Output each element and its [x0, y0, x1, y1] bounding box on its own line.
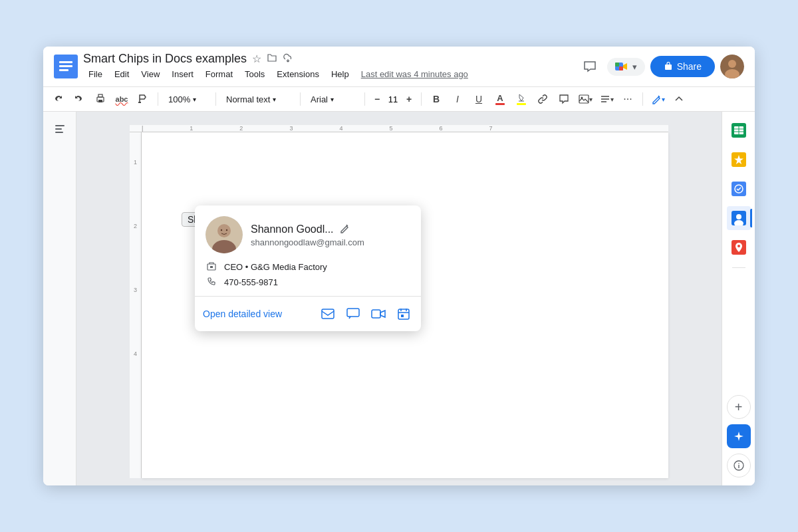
underline-button[interactable]: U	[469, 90, 488, 108]
share-label: Share	[677, 61, 702, 72]
video-action-icon[interactable]	[369, 305, 388, 323]
highlight-color-button[interactable]	[512, 90, 531, 108]
font-select[interactable]: Arial ▾	[306, 90, 359, 108]
sidebar-tasks-icon[interactable]	[727, 177, 751, 201]
gemini-ai-button[interactable]	[727, 424, 751, 448]
comment-button[interactable]	[578, 55, 602, 78]
zoom-select[interactable]: 100% ▾	[164, 90, 210, 108]
open-detailed-view-link[interactable]: Open detailed view	[203, 309, 311, 319]
sidebar-sheets-icon[interactable]	[727, 118, 751, 142]
company-icon	[205, 261, 217, 273]
svg-rect-1	[59, 61, 72, 63]
sidebar-left	[43, 112, 76, 485]
ruler-num-3: 3	[134, 287, 137, 350]
document-page: Shannon Goodlaw	[142, 132, 668, 478]
svg-rect-12	[98, 94, 102, 97]
star-icon[interactable]: ☆	[252, 53, 261, 65]
meet-button[interactable]: ▾	[607, 58, 645, 76]
svg-rect-30	[398, 309, 409, 319]
decrease-font-size-button[interactable]: −	[370, 92, 384, 106]
svg-rect-27	[322, 309, 334, 319]
user-avatar[interactable]	[720, 55, 744, 78]
popup-phone-row: 470-555-9871	[205, 277, 410, 288]
popup-contact-info: Shannon Goodl... shannongoodlaw@gmail.co…	[251, 223, 410, 247]
popup-contact-name: Shannon Goodl...	[251, 223, 410, 236]
ruler-num-2: 2	[134, 223, 137, 287]
spellcheck-button[interactable]: abc	[112, 90, 131, 108]
ruler-num-4: 4	[134, 350, 137, 414]
link-button[interactable]	[533, 90, 552, 108]
increase-font-size-button[interactable]: +	[402, 92, 416, 106]
calendar-action-icon[interactable]	[394, 305, 413, 323]
share-button[interactable]: Share	[650, 56, 715, 77]
undo-button[interactable]	[49, 90, 67, 108]
menu-view[interactable]: View	[136, 67, 165, 81]
menu-format[interactable]: Format	[200, 67, 238, 81]
font-color-indicator: A	[495, 93, 505, 105]
cloud-save-icon[interactable]	[283, 53, 293, 66]
bold-button[interactable]: B	[427, 90, 446, 108]
menu-tools[interactable]: Tools	[239, 67, 270, 81]
font-chevron-icon: ▾	[331, 96, 334, 103]
sidebar-keep-icon[interactable]	[727, 148, 751, 172]
svg-rect-2	[59, 65, 72, 67]
comment-toolbar-button[interactable]	[555, 90, 573, 108]
font-color-button[interactable]: A	[491, 90, 509, 108]
paint-format-button[interactable]	[134, 90, 152, 108]
ruler-left: 1 2 3 4	[130, 132, 142, 478]
menu-edit[interactable]: Edit	[109, 67, 134, 81]
menu-file[interactable]: File	[83, 67, 108, 81]
font-size-value[interactable]: 11	[385, 94, 401, 104]
svg-point-21	[217, 224, 231, 237]
info-button[interactable]	[727, 454, 751, 477]
doc-title[interactable]: Smart Chips in Docs examples	[83, 52, 247, 66]
align-button[interactable]: ▾	[597, 90, 616, 108]
more-options-button[interactable]: ···	[618, 90, 637, 108]
italic-button[interactable]: I	[448, 90, 467, 108]
doc-area: | 1 2 3 4 5 6 7 1 2 3 4	[76, 112, 722, 485]
chat-action-icon[interactable]	[344, 305, 362, 323]
svg-point-41	[737, 245, 740, 247]
popup-email-text: shannongoodlaw@gmail.com	[251, 237, 410, 247]
header-actions: ▾ Share	[578, 55, 744, 78]
sidebar-maps-icon[interactable]	[727, 235, 751, 259]
popup-company-text: CEO • G&G Media Factory	[224, 262, 327, 272]
redo-button[interactable]	[70, 90, 88, 108]
menu-insert[interactable]: Insert	[166, 67, 199, 81]
popup-actions: Open detailed view	[195, 299, 421, 331]
font-size-area: − 11 +	[370, 92, 416, 106]
sidebar-bottom: +	[727, 395, 751, 485]
svg-rect-6	[619, 66, 623, 70]
toolbar-divider-5	[421, 92, 422, 106]
outline-icon[interactable]	[51, 120, 69, 138]
svg-rect-31	[401, 315, 404, 317]
edit-contact-icon[interactable]	[339, 223, 350, 236]
docs-logo[interactable]	[54, 55, 78, 78]
svg-rect-29	[372, 310, 380, 318]
toolbar-divider-6	[642, 92, 643, 106]
edit-mode-button[interactable]: ▾	[648, 90, 667, 108]
svg-rect-17	[55, 125, 65, 126]
add-more-button[interactable]: +	[727, 395, 751, 419]
last-edit-status[interactable]: Last edit was 4 minutes ago	[361, 69, 468, 79]
sidebar-contacts-icon[interactable]	[727, 206, 751, 230]
svg-rect-14	[138, 102, 141, 103]
move-to-folder-icon[interactable]	[267, 53, 277, 66]
collapse-toolbar-button[interactable]	[670, 90, 688, 108]
popup-company-row: CEO • G&G Media Factory	[205, 261, 410, 273]
menu-help[interactable]: Help	[326, 67, 354, 81]
style-select[interactable]: Normal text ▾	[221, 90, 295, 108]
image-button[interactable]: ▾	[576, 90, 595, 108]
print-button[interactable]	[91, 90, 110, 108]
svg-point-9	[728, 60, 736, 68]
header-menu: File Edit View Insert Format Tools Exten…	[83, 67, 573, 81]
popup-details: CEO • G&G Media Factory 470-555-9871	[195, 259, 421, 296]
svg-rect-28	[347, 309, 359, 317]
svg-point-38	[736, 214, 741, 219]
toolbar-divider-2	[215, 92, 216, 106]
menu-extensions[interactable]: Extensions	[271, 67, 325, 81]
app-window: Smart Chips in Docs examples ☆ File Edit	[43, 47, 755, 485]
toolbar: abc 100% ▾ Normal text ▾ Arial ▾ − 11 + …	[43, 87, 755, 112]
email-action-icon[interactable]	[319, 305, 337, 323]
toolbar-divider-3	[300, 92, 301, 106]
